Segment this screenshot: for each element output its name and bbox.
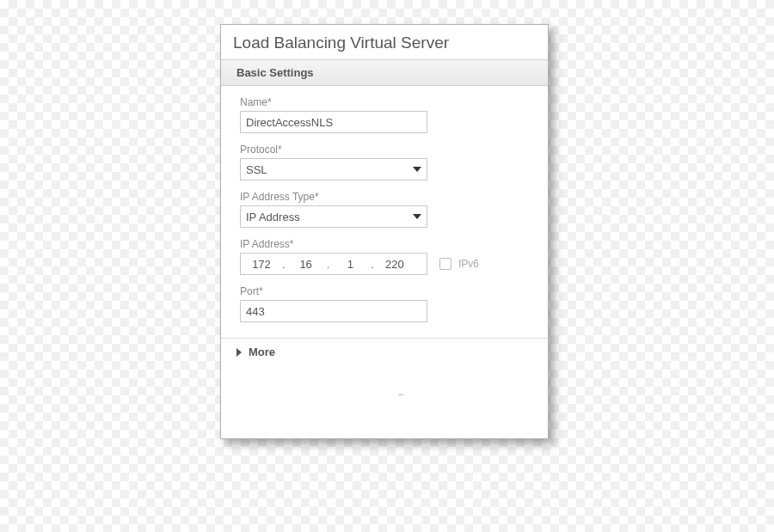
ip-address-input[interactable]: . . . [240,253,427,275]
protocol-select[interactable]: SSL [240,158,427,180]
ip-address-type-value: IP Address [246,211,413,223]
chevron-down-icon [413,167,421,172]
ip-octet-1[interactable] [241,258,282,271]
ipv6-checkbox[interactable] [439,258,452,270]
port-input[interactable] [240,300,427,322]
protocol-label: Protocol* [240,144,529,156]
port-label: Port* [240,285,529,297]
field-port: Port* [240,285,529,322]
ip-octet-4[interactable] [374,258,415,271]
button-row: OK Cancel [221,366,548,438]
ip-address-label: IP Address* [240,238,529,250]
more-toggle[interactable]: More [221,339,548,366]
protocol-value: SSL [246,163,413,176]
section-body: Name* Protocol* SSL IP Address Type* IP … [221,86,548,339]
ip-address-type-select[interactable]: IP Address [240,205,427,228]
chevron-down-icon [413,214,421,219]
dialog-title: Load Balancing Virtual Server [221,25,548,59]
ip-octet-3[interactable] [329,258,371,271]
ip-address-type-label: IP Address Type* [240,191,529,203]
section-header-basic-settings: Basic Settings [221,59,548,86]
name-label: Name* [240,96,529,108]
dialog: Load Balancing Virtual Server Basic Sett… [220,24,549,439]
field-protocol: Protocol* SSL [240,144,529,180]
field-ip-address-type: IP Address Type* IP Address [240,191,529,228]
more-label: More [249,345,275,358]
cancel-button[interactable]: Cancel [328,375,410,395]
name-input[interactable] [240,111,427,133]
chevron-right-icon [236,348,242,357]
ip-octet-2[interactable] [286,258,327,271]
field-ip-address: IP Address* . . . IPv6 [240,238,529,275]
ok-button[interactable]: OK [236,375,319,395]
ipv6-label: IPv6 [458,258,479,270]
field-name: Name* [240,96,529,133]
